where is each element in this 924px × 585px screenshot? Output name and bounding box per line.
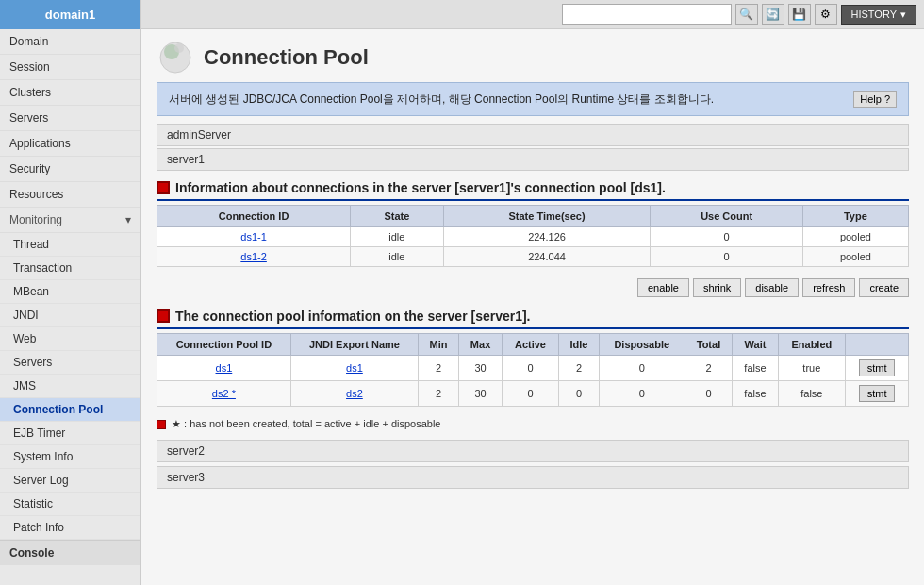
sidebar-item-resources[interactable]: Resources (0, 182, 140, 208)
settings-button[interactable]: ⚙ (815, 4, 837, 25)
pool-jndi-2[interactable]: ds2 (290, 381, 418, 407)
pool-wait-1: false (733, 356, 778, 381)
conn-time-2: 224.044 (443, 247, 651, 267)
pool-table-wrapper: Connection Pool ID JNDI Export Name Min … (157, 333, 909, 407)
note-icon (157, 420, 166, 429)
enable-button[interactable]: enable (637, 278, 689, 297)
sidebar-monitoring-section: Monitoring ▾ (0, 208, 140, 233)
pool-col-enabled: Enabled (778, 334, 846, 356)
sidebar-sub-patch-info[interactable]: Patch Info (0, 516, 140, 540)
sidebar-domain-title[interactable]: domain1 (0, 0, 140, 29)
action-bar: enable shrink disable refresh create (157, 278, 909, 297)
sidebar-sub-mbean[interactable]: MBean (0, 280, 140, 304)
shrink-button[interactable]: shrink (693, 278, 741, 297)
pool-max-2: 30 (459, 381, 503, 407)
section2-icon (157, 309, 170, 323)
admin-server-row[interactable]: adminServer (157, 124, 909, 146)
sidebar-item-applications[interactable]: Applications (0, 131, 140, 157)
table-row: ds1 ds1 2 30 0 2 0 2 false true stmt (157, 356, 909, 381)
sidebar-sub-server-log[interactable]: Server Log (0, 469, 140, 493)
sidebar-sub-ejb-timer[interactable]: EJB Timer (0, 422, 140, 445)
sidebar-console[interactable]: Console (0, 540, 140, 565)
pool-col-action (846, 334, 909, 356)
pool-enabled-2: false (778, 381, 846, 407)
pool-jndi-1[interactable]: ds1 (290, 356, 418, 381)
pool-min-1: 2 (419, 356, 459, 381)
search-input[interactable] (562, 4, 732, 25)
sidebar-item-clusters[interactable]: Clusters (0, 80, 140, 106)
sidebar-sub-system-info[interactable]: System Info (0, 445, 140, 469)
table-row: ds1-1 idle 224.126 0 pooled (157, 227, 909, 247)
stmt-button-2[interactable]: stmt (859, 385, 896, 402)
pool-stmt-2[interactable]: stmt (846, 381, 909, 407)
col-connection-id: Connection ID (157, 206, 351, 227)
sidebar-item-session[interactable]: Session (0, 55, 140, 80)
col-type: Type (802, 206, 908, 227)
pool-col-idle: Idle (558, 334, 599, 356)
pool-total-1: 2 (685, 356, 733, 381)
sidebar: domain1 Domain Session Clusters Servers … (0, 0, 141, 585)
pool-col-id: Connection Pool ID (157, 334, 291, 356)
sidebar-sub-web[interactable]: Web (0, 327, 140, 351)
sidebar-item-domain[interactable]: Domain (0, 29, 140, 55)
sidebar-item-security[interactable]: Security (0, 157, 140, 182)
stmt-button-1[interactable]: stmt (859, 359, 896, 376)
pool-max-1: 30 (459, 356, 503, 381)
conn-time-1: 224.126 (443, 227, 651, 247)
topbar-right: 🔍 🔄 💾 ⚙ HISTORY ▾ (562, 4, 917, 25)
pool-col-active: Active (503, 334, 559, 356)
section1-header: Information about connections in the ser… (157, 180, 909, 201)
search-button[interactable]: 🔍 (735, 4, 758, 25)
pool-disposable-1: 0 (599, 356, 685, 381)
page-title: Connection Pool (204, 45, 369, 70)
pool-col-min: Min (419, 334, 459, 356)
pool-col-disposable: Disposable (599, 334, 685, 356)
sidebar-sub-jndi[interactable]: JNDI (0, 304, 140, 327)
pool-wait-2: false (733, 381, 778, 407)
pool-stmt-1[interactable]: stmt (846, 356, 909, 381)
server3-row[interactable]: server3 (157, 466, 909, 489)
pool-id-2[interactable]: ds2 * (157, 381, 291, 407)
pool-col-wait: Wait (733, 334, 778, 356)
pool-active-2: 0 (503, 381, 559, 407)
pool-active-1: 0 (503, 356, 559, 381)
main-content: 🔍 🔄 💾 ⚙ HISTORY ▾ Connection Pool 서버에 생성… (141, 0, 924, 585)
help-button[interactable]: Help ? (853, 91, 897, 108)
conn-count-1: 0 (651, 227, 802, 247)
table-row: ds2 * ds2 2 30 0 0 0 0 false false stmt (157, 381, 909, 407)
refresh-button[interactable]: 🔄 (762, 4, 784, 25)
sidebar-sub-jms[interactable]: JMS (0, 375, 140, 398)
refresh-pool-button[interactable]: refresh (802, 278, 855, 297)
save-button[interactable]: 💾 (788, 4, 811, 25)
sidebar-sub-thread[interactable]: Thread (0, 233, 140, 257)
sidebar-item-servers[interactable]: Servers (0, 106, 140, 131)
connections-table: Connection ID State State Time(sec) Use … (157, 205, 909, 267)
section1-icon (157, 181, 170, 194)
sidebar-sub-servers[interactable]: Servers (0, 351, 140, 375)
col-use-count: Use Count (651, 206, 802, 227)
conn-id-1[interactable]: ds1-1 (157, 227, 351, 247)
note-box: ★ : has not been created, total = active… (157, 418, 909, 430)
pool-col-max: Max (459, 334, 503, 356)
topbar: 🔍 🔄 💾 ⚙ HISTORY ▾ (141, 0, 924, 29)
col-state: State (351, 206, 443, 227)
server1-row[interactable]: server1 (157, 148, 909, 171)
pool-idle-1: 2 (558, 356, 599, 381)
sidebar-sub-statistic[interactable]: Statistic (0, 493, 140, 516)
server2-row[interactable]: server2 (157, 440, 909, 462)
create-button[interactable]: create (859, 278, 909, 297)
pool-id-1[interactable]: ds1 (157, 356, 291, 381)
history-button[interactable]: HISTORY ▾ (841, 5, 917, 25)
sidebar-sub-transaction[interactable]: Transaction (0, 257, 140, 280)
pool-total-2: 0 (685, 381, 733, 407)
disable-button[interactable]: disable (745, 278, 799, 297)
conn-type-2: pooled (802, 247, 908, 267)
conn-id-2[interactable]: ds1-2 (157, 247, 351, 267)
conn-type-1: pooled (802, 227, 908, 247)
chevron-down-icon: ▾ (900, 8, 906, 21)
sidebar-sub-connection-pool[interactable]: Connection Pool (0, 398, 140, 422)
pool-min-2: 2 (419, 381, 459, 407)
page-header: Connection Pool (141, 29, 924, 82)
pool-disposable-2: 0 (599, 381, 685, 407)
description-box: 서버에 생성된 JDBC/JCA Connection Pool을 제어하며, … (157, 82, 909, 116)
